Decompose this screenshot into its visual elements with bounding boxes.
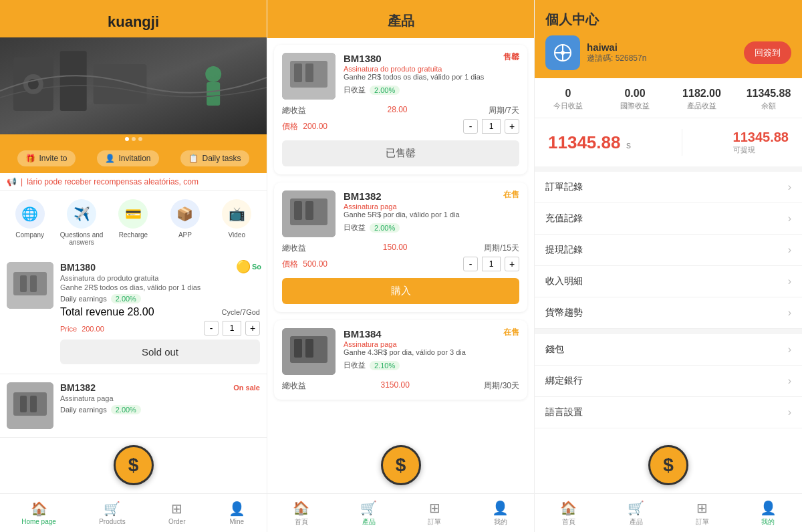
product-2-desc: Assinatura paga — [60, 394, 260, 402]
product-2-daily: Daily earnings 2.00% — [60, 405, 260, 414]
icon-video[interactable]: 📺 Video — [214, 199, 260, 246]
invite-button[interactable]: 🎁 Invite to — [17, 150, 75, 166]
mid-buy-btn-2[interactable]: 購入 — [282, 278, 519, 304]
hero-dot-3[interactable] — [138, 137, 142, 141]
mid-nav-home[interactable]: 🏠 首頁 — [293, 500, 309, 527]
icon-company[interactable]: 🌐 Company — [7, 199, 53, 246]
mid-nav-products[interactable]: 🛒 產品 — [360, 500, 377, 527]
menu-bind-bank[interactable]: 綁定銀行 › — [535, 366, 802, 397]
coin-overlay-left[interactable]: $ — [114, 445, 154, 485]
menu-wallet[interactable]: 錢包 › — [535, 334, 802, 366]
left-product-2: BM1382 On sale Assinatura paga Daily ear… — [0, 374, 267, 438]
menu-currency-trend[interactable]: 貨幣趨勢 › — [535, 297, 802, 329]
svg-rect-28 — [305, 339, 313, 358]
chevron-income-icon: › — [788, 275, 791, 287]
icon-recharge[interactable]: 💳 Recharge — [110, 199, 156, 246]
invitation-icon: 👤 — [105, 154, 115, 163]
action-buttons: 🎁 Invite to 👤 Invitation 📋 Daily tasks — [0, 144, 267, 173]
menu-income-detail[interactable]: 收入明細 › — [535, 266, 802, 297]
qty-input-1[interactable] — [223, 321, 241, 336]
marquee-text: lário pode receber recompensas aleatória… — [27, 177, 198, 186]
balance-box: 11345.88 s 11345.88 可提現 — [535, 118, 802, 172]
mid-nav-mine[interactable]: 👤 我的 — [492, 500, 509, 527]
hero-dot-1[interactable] — [125, 137, 129, 141]
product-1-total-value: 28.00 — [128, 306, 154, 317]
mid-cycle-1: 周期/7天 — [489, 105, 519, 116]
mid-nav-order[interactable]: ⊞ 訂單 — [428, 500, 441, 527]
svg-point-7 — [205, 66, 221, 82]
coin-overlay-right[interactable]: $ — [648, 445, 688, 485]
mid-cycle-3: 周期/30天 — [484, 380, 519, 392]
mid-product-2-details: BM1382 Assinatura paga Ganhe 5R$ por dia… — [344, 190, 519, 233]
svg-rect-8 — [207, 82, 220, 106]
sold-overlay: 🟡So — [236, 259, 261, 274]
coin-overlay-mid[interactable]: $ — [381, 445, 421, 485]
nav-products[interactable]: 🛒 Products — [99, 501, 125, 525]
menu-language[interactable]: 語言設置 › — [535, 397, 802, 428]
chevron-currency-icon: › — [788, 307, 791, 319]
mid-products-icon: 🛒 — [360, 500, 377, 516]
mid-card-stats-2: 總收益 150.00 周期/15天 — [282, 243, 519, 254]
nav-mine[interactable]: 👤 Mine — [229, 501, 245, 525]
signin-button[interactable]: 回簽到 — [744, 41, 791, 64]
mid-cycle-2: 周期/15天 — [484, 243, 519, 254]
icon-app[interactable]: 📦 APP — [162, 199, 208, 246]
profile-name: haiwai — [587, 41, 737, 53]
product-1-price-row: Price 200.00 - + — [60, 321, 260, 336]
nav-homepage[interactable]: 🏠 Home page — [21, 501, 56, 525]
menu-order-record-label: 訂單記錄 — [545, 181, 583, 193]
mid-product-3-img — [282, 328, 336, 375]
mid-card-stats-3: 總收益 3150.00 周期/30天 — [282, 380, 519, 392]
menu-income-detail-label: 收入明細 — [545, 275, 583, 287]
menu-recharge-record[interactable]: 充值記錄 › — [535, 203, 802, 235]
mid-bottom-nav: 🏠 首頁 🛒 產品 ⊞ 訂單 👤 我的 — [267, 493, 534, 532]
menu-wallet-label: 錢包 — [545, 344, 564, 356]
chevron-order-icon: › — [788, 181, 791, 193]
menu-order-record[interactable]: 訂單記錄 › — [535, 172, 802, 203]
mid-product-1-img — [282, 53, 336, 100]
balance-right: 11345.88 可提現 — [733, 130, 789, 155]
mid-product-2-desc: Ganhe 5R$ por dia, válido por 1 dia — [344, 211, 519, 219]
mid-qty-plus-2[interactable]: + — [505, 257, 519, 271]
mid-qty-plus-1[interactable]: + — [505, 119, 519, 134]
stat-product: 1182.00 產品收益 — [668, 88, 735, 111]
mid-qty-input-2[interactable] — [482, 257, 501, 271]
qty-minus-1[interactable]: - — [204, 321, 219, 336]
app-label: APP — [178, 231, 192, 239]
svg-rect-16 — [30, 396, 37, 412]
stat-today-value: 0 — [565, 88, 571, 100]
nav-order-label: Order — [168, 518, 186, 525]
menu-language-label: 語言設置 — [545, 406, 583, 418]
right-nav-mine[interactable]: 👤 我的 — [760, 500, 777, 527]
mid-daily-3-label: 日收益 — [344, 360, 366, 370]
qty-plus-1[interactable]: + — [245, 321, 260, 336]
withdraw-label: 可提現 — [733, 145, 789, 155]
mid-total-3-label: 總收益 — [282, 380, 306, 392]
sold-out-button-1[interactable]: Sold out — [60, 340, 260, 364]
mid-total-1-label: 總收益 — [282, 105, 306, 116]
right-nav-products[interactable]: 🛒 產品 — [628, 500, 644, 527]
right-nav-order[interactable]: ⊞ 訂單 — [696, 500, 709, 527]
mid-qty-input-1[interactable] — [482, 119, 501, 134]
mid-daily-2-pct: 2.00% — [370, 223, 400, 233]
right-title: 個人中心 — [545, 11, 791, 29]
mid-product-3-name: BM1384 — [344, 328, 519, 340]
daily-tasks-button[interactable]: 📋 Daily tasks — [180, 150, 249, 166]
icon-questions[interactable]: ✈️ Questions and answers — [58, 199, 104, 246]
mid-qty-minus-1[interactable]: - — [463, 119, 478, 134]
menu-withdraw-record[interactable]: 提現記錄 › — [535, 235, 802, 266]
nav-order[interactable]: ⊞ Order — [168, 501, 186, 525]
mid-status-3: 在售 — [503, 327, 519, 338]
mid-total-1-value: 28.00 — [387, 105, 407, 116]
mid-product-3: 在售 BM1384 Assinatura paga Ganhe 4.3R$ po… — [274, 320, 527, 400]
svg-rect-4 — [94, 64, 147, 104]
left-bottom-nav: 🏠 Home page 🛒 Products ⊞ Order 👤 Mine — [0, 493, 267, 532]
mid-qty-minus-2[interactable]: - — [463, 257, 478, 271]
mid-home-icon: 🏠 — [293, 500, 309, 516]
menu-divider — [535, 329, 802, 334]
invitation-button[interactable]: 👤 Invitation — [97, 150, 158, 166]
right-nav-home[interactable]: 🏠 首頁 — [560, 500, 577, 527]
hero-dot-2[interactable] — [132, 137, 136, 141]
marquee-bar: 📢 | lário pode receber recompensas aleat… — [0, 173, 267, 191]
mid-sold-btn-1[interactable]: 已售罄 — [282, 140, 519, 166]
